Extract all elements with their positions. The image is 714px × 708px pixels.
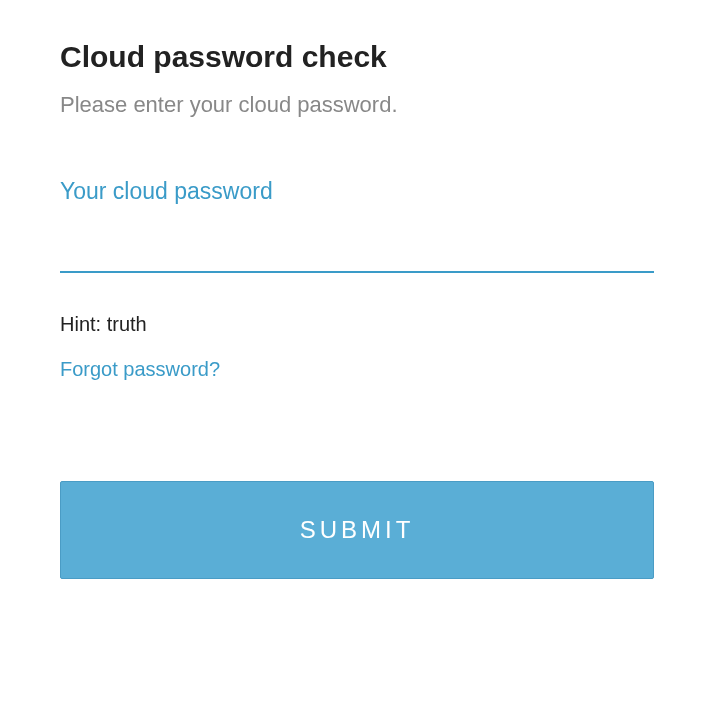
password-field-wrapper: Your cloud password [60,178,654,273]
page-title: Cloud password check [60,40,654,74]
password-check-form: Cloud password check Please enter your c… [60,40,654,579]
page-subtitle: Please enter your cloud password. [60,92,654,118]
password-label: Your cloud password [60,178,654,205]
password-input[interactable] [60,213,654,273]
hint-prefix: Hint: [60,313,107,335]
hint-value: truth [107,313,147,335]
forgot-password-link[interactable]: Forgot password? [60,358,220,381]
password-hint: Hint: truth [60,313,654,336]
submit-button[interactable]: SUBMIT [60,481,654,579]
